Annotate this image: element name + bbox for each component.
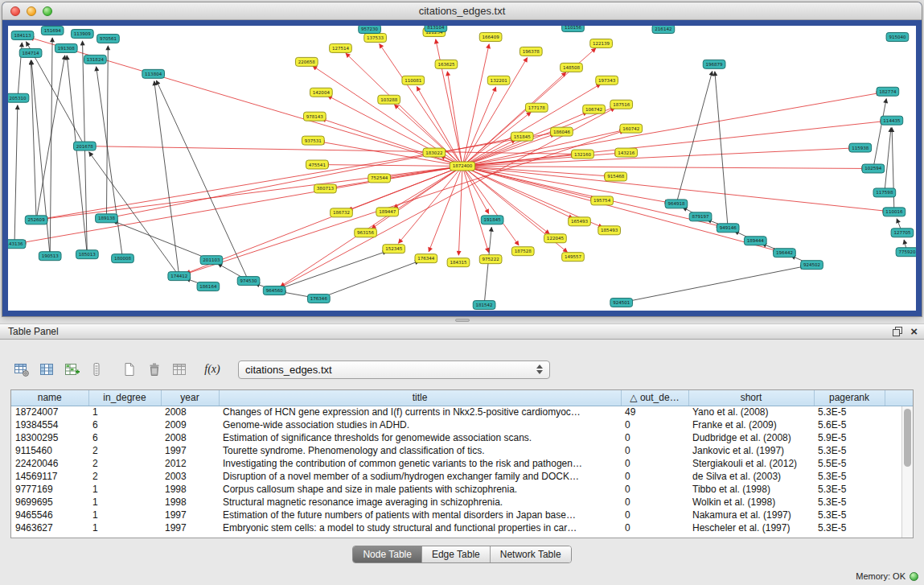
graph-edge-black[interactable] — [892, 128, 894, 212]
table-cell[interactable]: Tourette syndrome. Phenomenology and cla… — [219, 444, 621, 457]
graph-edge-red[interactable] — [36, 133, 554, 220]
table-cell[interactable]: 2003 — [161, 470, 219, 483]
graph-edge-red[interactable] — [324, 165, 462, 167]
graph-edge-black[interactable] — [67, 56, 87, 254]
graph-edge-black[interactable] — [106, 46, 108, 218]
table-cell[interactable]: 2 — [88, 457, 161, 470]
table-cell[interactable]: 1998 — [161, 483, 219, 496]
table-cell[interactable]: 2008 — [161, 431, 219, 444]
table-cell[interactable]: 18724007 — [11, 406, 88, 418]
table-cell[interactable]: 2009 — [161, 418, 219, 431]
column-header-out_de[interactable]: △ out_de… — [621, 390, 688, 406]
table-row[interactable]: 969969511998Structural magnetic resonanc… — [11, 496, 913, 509]
graph-edge-black[interactable] — [50, 38, 52, 256]
table-cell[interactable]: Stergiakouli et al. (2012) — [688, 457, 814, 470]
table-cell[interactable]: 5.3E-5 — [814, 470, 885, 483]
table-options-icon[interactable] — [11, 359, 32, 380]
table-cell[interactable]: 0 — [621, 483, 688, 496]
table-cell[interactable]: 9115460 — [11, 444, 88, 457]
table-cell[interactable]: 5.5E-5 — [814, 457, 885, 470]
graph-edge-red[interactable] — [462, 167, 669, 203]
column-header-year[interactable]: year — [161, 390, 219, 406]
row-options-icon[interactable] — [86, 359, 107, 380]
table-row[interactable]: 911546021997Tourette syndrome. Phenomeno… — [11, 444, 913, 457]
column-header-name[interactable]: name — [11, 390, 88, 406]
graph-edge-red[interactable] — [462, 148, 853, 167]
table-cell[interactable]: Estimation of the future numbers of pati… — [219, 509, 621, 521]
table-cell[interactable]: 5.3E-5 — [814, 509, 885, 521]
graph-edge-red[interactable] — [462, 93, 881, 166]
graph-edge-red[interactable] — [458, 167, 462, 256]
table-cell[interactable]: Disruption of a novel member of a sodium… — [219, 470, 621, 483]
column-header-short[interactable]: short — [688, 390, 814, 406]
table-cell[interactable]: 6 — [88, 418, 161, 431]
table-row[interactable]: 946554611997Estimation of the future num… — [11, 509, 913, 521]
table-cell[interactable]: 14569117 — [11, 470, 88, 483]
graph-edge-red[interactable] — [84, 146, 575, 154]
table-row[interactable]: 1872400712008Changes of HCN gene express… — [11, 406, 913, 418]
table-cell[interactable]: 0 — [621, 444, 688, 457]
table-cell[interactable]: 5.3E-5 — [814, 406, 885, 418]
table-row[interactable]: 946362711997Embryonic stem cells: a mode… — [11, 521, 913, 534]
close-panel-icon[interactable]: × — [910, 326, 918, 337]
float-panel-icon[interactable] — [893, 327, 902, 336]
close-window-button[interactable] — [10, 6, 20, 16]
graph-edge-black[interactable] — [318, 261, 419, 299]
table-cell[interactable]: 0 — [621, 418, 688, 431]
table-cell[interactable]: 22420046 — [11, 457, 88, 470]
table-cell[interactable]: 49 — [621, 406, 688, 418]
table-cell[interactable]: Jankovic et al. (1997) — [688, 444, 814, 457]
table-cell[interactable]: Hescheler et al. (1997) — [688, 521, 814, 534]
graph-edge-red[interactable] — [462, 130, 624, 167]
table-cell[interactable]: 2 — [88, 470, 161, 483]
table-row[interactable]: 1456911722003Disruption of a novel membe… — [11, 470, 913, 483]
table-cell[interactable]: Franke et al. (2009) — [688, 418, 814, 431]
table-cell[interactable]: 2012 — [161, 457, 219, 470]
delete-table-icon[interactable] — [144, 359, 165, 380]
table-cell[interactable]: 5.6E-5 — [814, 418, 885, 431]
table-cell[interactable]: 5.9E-5 — [814, 431, 885, 444]
table-cell[interactable]: 0 — [621, 431, 688, 444]
table-cell[interactable]: 2 — [88, 444, 161, 457]
graph-edge-black[interactable] — [97, 67, 123, 258]
graph-edge-red[interactable] — [462, 153, 619, 166]
table-cell[interactable]: 1997 — [161, 521, 219, 534]
column-header-in_degree[interactable]: in_degree — [88, 390, 161, 406]
graph-edge-red[interactable] — [462, 122, 885, 167]
window-titlebar[interactable]: citations_edges.txt — [2, 2, 922, 20]
table-cell[interactable]: 9699695 — [11, 496, 88, 509]
graph-edge-red[interactable] — [22, 167, 462, 243]
show-columns-icon[interactable] — [36, 359, 57, 380]
graph-edge-red[interactable] — [462, 167, 866, 169]
table-cell[interactable]: 0 — [621, 470, 688, 483]
function-builder-icon[interactable]: f(x) — [202, 359, 223, 380]
table-cell[interactable]: 9465546 — [11, 509, 88, 521]
network-graph-canvas[interactable]: 1872400220658127514137533121254166409196… — [8, 26, 916, 311]
column-header-title[interactable]: title — [219, 390, 621, 406]
graph-edge-red[interactable] — [436, 39, 462, 167]
graph-edge-black[interactable] — [484, 227, 491, 305]
graph-edge-black[interactable] — [873, 99, 886, 169]
graph-edge-black[interactable] — [156, 80, 248, 281]
graph-edge-red[interactable] — [429, 167, 462, 252]
create-column-icon[interactable] — [61, 359, 82, 380]
table-cell[interactable]: de Silva et al. (2003) — [688, 470, 814, 483]
zoom-window-button[interactable] — [43, 6, 52, 16]
table-cell[interactable]: 1 — [88, 483, 161, 496]
table-cell[interactable]: 1998 — [161, 496, 219, 509]
table-cell[interactable]: 9777169 — [11, 483, 88, 496]
table-cell[interactable]: 1 — [88, 509, 161, 521]
graph-edge-red[interactable] — [179, 130, 624, 276]
graph-edge-red[interactable] — [398, 167, 462, 244]
table-cell[interactable]: Structural magnetic resonance image aver… — [219, 496, 621, 509]
table-cell[interactable]: 1 — [88, 496, 161, 509]
table-cell[interactable]: Changes of HCN gene expression and I(f) … — [219, 406, 621, 418]
graph-edge-black[interactable] — [715, 72, 728, 228]
table-cell[interactable]: 9463627 — [11, 521, 88, 534]
table-cell[interactable]: 1997 — [161, 444, 219, 457]
table-cell[interactable]: 1 — [88, 406, 161, 418]
new-table-icon[interactable] — [119, 359, 140, 380]
minimize-window-button[interactable] — [27, 6, 36, 16]
graph-edge-black[interactable] — [622, 266, 805, 303]
graph-edge-red[interactable] — [462, 167, 489, 214]
